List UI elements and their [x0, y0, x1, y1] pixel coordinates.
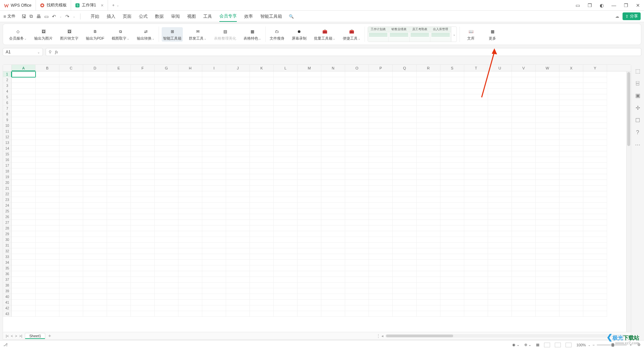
cell-Q17[interactable] [393, 163, 417, 168]
cell-R7[interactable] [417, 106, 440, 111]
cell-I41[interactable] [202, 300, 226, 305]
cell-W28[interactable] [536, 226, 559, 231]
cell-X26[interactable] [559, 214, 583, 220]
cell-O1[interactable] [345, 71, 369, 77]
cell-P23[interactable] [369, 197, 393, 203]
cell-Y21[interactable] [583, 186, 607, 191]
cell-L34[interactable] [274, 260, 298, 265]
cell-T25[interactable] [464, 208, 488, 214]
cell-I7[interactable] [202, 106, 226, 111]
menu-tab-会员专享[interactable]: 会员专享 [219, 11, 237, 22]
cell-D3[interactable] [83, 83, 107, 89]
cell-O4[interactable] [345, 89, 369, 94]
row-header-22[interactable]: 22 [3, 191, 12, 197]
ribbon-slim-button[interactable]: 🗀文件瘦身 [268, 27, 286, 42]
cell-L1[interactable] [274, 71, 298, 77]
cell-X1[interactable] [559, 71, 583, 77]
cell-V8[interactable] [512, 111, 536, 117]
cell-I5[interactable] [202, 94, 226, 100]
cell-Y27[interactable] [583, 220, 607, 226]
cell-P33[interactable] [369, 254, 393, 260]
cell-T19[interactable] [464, 174, 488, 180]
cell-P34[interactable] [369, 260, 393, 265]
cell-V28[interactable] [512, 226, 536, 231]
cell-U6[interactable] [488, 100, 512, 106]
template-销售业绩表[interactable]: 销售业绩表 [389, 27, 410, 42]
cell-C24[interactable] [59, 203, 83, 208]
cell-H32[interactable] [178, 248, 202, 254]
cell-Q15[interactable] [393, 151, 417, 157]
cell-X21[interactable] [559, 186, 583, 191]
cell-J23[interactable] [226, 197, 250, 203]
cell-P25[interactable] [369, 208, 393, 214]
cell-V16[interactable] [512, 157, 536, 163]
cell-U39[interactable] [488, 288, 512, 294]
cell-O14[interactable] [345, 146, 369, 151]
cell-Q27[interactable] [393, 220, 417, 226]
cell-I21[interactable] [202, 186, 226, 191]
cell-S12[interactable] [440, 134, 464, 140]
cell-R14[interactable] [417, 146, 440, 151]
cell-Q40[interactable] [393, 294, 417, 300]
cell-B15[interactable] [36, 151, 59, 157]
cell-K19[interactable] [250, 174, 274, 180]
cell-V29[interactable] [512, 231, 536, 237]
row-header-10[interactable]: 10 [3, 123, 12, 129]
cell-V37[interactable] [512, 277, 536, 283]
cell-M11[interactable] [298, 129, 321, 134]
menu-tab-插入[interactable]: 插入 [107, 11, 115, 21]
cell-N7[interactable] [321, 106, 345, 111]
cell-U31[interactable] [488, 243, 512, 248]
cell-P32[interactable] [369, 248, 393, 254]
cell-O12[interactable] [345, 134, 369, 140]
cell-T8[interactable] [464, 111, 488, 117]
cell-D40[interactable] [83, 294, 107, 300]
cell-X43[interactable] [559, 311, 583, 317]
cell-J39[interactable] [226, 288, 250, 294]
cell-J4[interactable] [226, 89, 250, 94]
cell-X25[interactable] [559, 208, 583, 214]
cell-D29[interactable] [83, 231, 107, 237]
cell-P9[interactable] [369, 117, 393, 123]
cell-M34[interactable] [298, 260, 321, 265]
style-icon[interactable]: ⌸ [636, 80, 639, 86]
cell-K31[interactable] [250, 243, 274, 248]
cell-N41[interactable] [321, 300, 345, 305]
cell-I8[interactable] [202, 111, 226, 117]
cell-R41[interactable] [417, 300, 440, 305]
cell-K4[interactable] [250, 89, 274, 94]
col-header-E[interactable]: E [107, 65, 131, 71]
cell-Q21[interactable] [393, 186, 417, 191]
cell-X16[interactable] [559, 157, 583, 163]
cell-I40[interactable] [202, 294, 226, 300]
cell-A34[interactable] [12, 260, 36, 265]
cell-G34[interactable] [155, 260, 178, 265]
cell-W13[interactable] [536, 140, 559, 146]
cell-A18[interactable] [12, 168, 36, 174]
target-icon[interactable]: ⊕ ⌄ [524, 343, 531, 347]
search-icon[interactable]: 🔍 [289, 14, 294, 19]
cell-Y26[interactable] [583, 214, 607, 220]
cell-D33[interactable] [83, 254, 107, 260]
cell-O37[interactable] [345, 277, 369, 283]
cell-W10[interactable] [536, 123, 559, 129]
cell-P20[interactable] [369, 180, 393, 186]
cell-W21[interactable] [536, 186, 559, 191]
menu-tab-数据[interactable]: 数据 [155, 11, 164, 21]
cell-F27[interactable] [131, 220, 155, 226]
cell-T11[interactable] [464, 129, 488, 134]
cell-E28[interactable] [107, 226, 131, 231]
cell-E8[interactable] [107, 111, 131, 117]
cell-C6[interactable] [59, 100, 83, 106]
cell-L14[interactable] [274, 146, 298, 151]
cell-P43[interactable] [369, 311, 393, 317]
cell-I31[interactable] [202, 243, 226, 248]
cell-Q38[interactable] [393, 283, 417, 288]
cell-G16[interactable] [155, 157, 178, 163]
cell-T7[interactable] [464, 106, 488, 111]
cell-R1[interactable] [417, 71, 440, 77]
cell-Q6[interactable] [393, 100, 417, 106]
cell-V17[interactable] [512, 163, 536, 168]
cell-X10[interactable] [559, 123, 583, 129]
cell-M23[interactable] [298, 197, 321, 203]
